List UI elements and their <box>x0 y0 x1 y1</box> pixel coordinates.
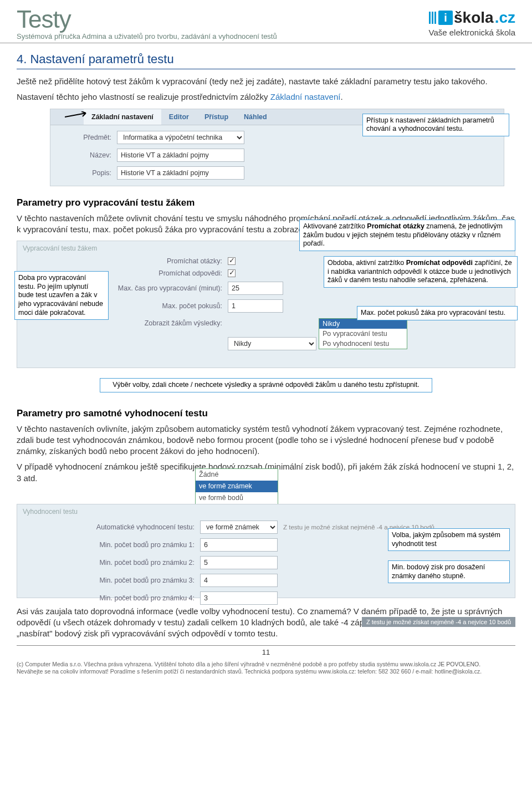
callout-min-body: Min. bodový zisk pro dosažení známky dan… <box>388 560 510 583</box>
p-vyhodnoceni-2: V případě vyhodnocení známkou ještě spec… <box>17 461 515 484</box>
select-auto-vyhodnoceni[interactable]: ve formě známek <box>200 521 278 534</box>
tab-editor[interactable]: Editor <box>161 109 197 125</box>
select-predmet[interactable]: Informatika a výpočetní technika <box>117 131 244 144</box>
screenshot-tabs-settings: Základní nastavení Editor Přístup Náhled… <box>50 109 504 186</box>
input-znamka-4[interactable] <box>200 591 278 605</box>
input-nazev[interactable] <box>117 149 244 162</box>
label-popis: Popis: <box>62 169 111 177</box>
select-zobrazit-vysledky[interactable]: Nikdy <box>228 337 316 350</box>
label-znamka-1: Min. počet bodů pro známku 1: <box>28 541 195 549</box>
legal-line-2: Neváhejte se na cokoliv informovat! Pora… <box>17 668 515 676</box>
subhead-parametry-vyhodnoceni: Parametry pro samotné vyhodnocení testu <box>17 408 515 419</box>
subhead-parametry-vypracovani: Parametry pro vypracování testu žákem <box>17 197 515 208</box>
checkbox-promichat-odpovedi[interactable] <box>228 269 236 277</box>
panel-header-vyhodnoceni: Vyhodnocení testu <box>17 504 515 517</box>
opt-po-vyhodnoceni[interactable]: Po vyhodnocení testu <box>319 339 407 349</box>
opt-nikdy[interactable]: Nikdy <box>319 319 407 329</box>
label-auto-vyhodnoceni: Automatické vyhodnocení testu: <box>28 523 195 531</box>
dropdown-zobrazit-open[interactable]: Nikdy Po vypracování testu Po vyhodnocen… <box>319 318 407 349</box>
legal-line-1a: (c) Computer Media s.r.o. Všechna práva … <box>17 661 438 667</box>
logo: i škola .cz <box>429 9 515 27</box>
legal-footer: (c) Computer Media s.r.o. Všechna práva … <box>0 660 532 683</box>
callout-zobrazit-vysledky: Výběr volby, zdali chcete / nechcete výs… <box>100 378 432 392</box>
intro-p2: Nastavení těchto jeho vlastností se real… <box>17 91 515 103</box>
intro-p1: Ještě než přidělíte hotový test žákům k … <box>17 76 515 87</box>
callout-promichat-otazky: Aktivované zatržítko Promíchat otázky zn… <box>299 220 515 251</box>
input-znamka-2[interactable] <box>200 556 278 569</box>
p-vyhodnoceni-1: V těchto nastaveních ovlivníte, jakým zp… <box>17 424 515 457</box>
doc-title: Testy <box>17 6 277 33</box>
label-znamka-4: Min. počet bodů pro známku 4: <box>28 594 195 602</box>
callout-max-pokusu: Max. počet pokusů žáka pro vypracování t… <box>357 306 518 320</box>
tab-zakladni-nastaveni[interactable]: Základní nastavení <box>84 109 161 125</box>
intro-link: Základní nastavení <box>270 92 341 101</box>
label-nazev: Název: <box>62 151 111 159</box>
page-header: Testy Systémová příručka Admina a uživat… <box>0 0 532 43</box>
callout-promichat-odpovedi: Obdoba, aktivní zatržítko Promíchat odpo… <box>324 256 518 288</box>
intro-p2b: . <box>340 92 342 101</box>
logo-i-icon: i <box>438 11 453 25</box>
section-title: 4. Nastavení parametrů testu <box>17 52 515 69</box>
input-znamka-1[interactable] <box>200 538 278 552</box>
label-znamka-2: Min. počet bodů pro známku 2: <box>28 559 195 567</box>
logo-text-skola: škola <box>454 9 494 27</box>
label-znamka-3: Min. počet bodů pro známku 3: <box>28 577 195 584</box>
callout-tab-access: Přístup k nastavení základních parametrů… <box>362 114 509 136</box>
input-popis[interactable] <box>117 166 244 180</box>
label-promichat-otazky: Promíchat otázky: <box>28 257 222 265</box>
tab-pristup[interactable]: Přístup <box>197 109 236 125</box>
callout-doba: Doba pro vypracování testu. Po jejím upl… <box>14 271 109 320</box>
legal-line-1b: JE POVOLENO. <box>438 661 480 667</box>
badge-body-range: Z testu je možné získat nejméně -4 a nej… <box>362 617 515 627</box>
title-block: Testy Systémová příručka Admina a uživat… <box>17 6 277 40</box>
intro-p2a: Nastavení těchto jeho vlastností se real… <box>17 92 270 101</box>
logo-text-cz: .cz <box>495 9 515 27</box>
opt-body[interactable]: ve formě bodů <box>196 492 278 504</box>
callout-row-bottom: Výběr volby, zdali chcete / nechcete výs… <box>17 376 515 395</box>
label-predmet: Předmět: <box>62 134 111 141</box>
input-max-cas[interactable] <box>228 282 283 295</box>
opt-znamky[interactable]: ve formě známek <box>196 481 278 492</box>
callout-volba-zpusob: Volba, jakým způsobem má systém vyhodnot… <box>388 528 510 551</box>
logo-block: i škola .cz Vaše elektronická škola <box>429 9 515 37</box>
page-number: 11 <box>17 645 515 656</box>
checkbox-promichat-otazky[interactable] <box>228 257 236 265</box>
pointer-arrow-icon <box>65 111 93 119</box>
logo-tagline: Vaše elektronická škola <box>429 28 515 37</box>
doc-subtitle: Systémová příručka Admina a uživatelů pr… <box>17 32 277 40</box>
tab-nahled[interactable]: Náhled <box>236 109 275 125</box>
opt-po-vypracovani[interactable]: Po vypracování testu <box>319 329 407 339</box>
input-max-pokusu[interactable] <box>228 299 283 313</box>
opt-zadne[interactable]: Žádné <box>196 469 278 481</box>
vbars-icon <box>429 12 436 24</box>
input-znamka-3[interactable] <box>200 574 278 587</box>
